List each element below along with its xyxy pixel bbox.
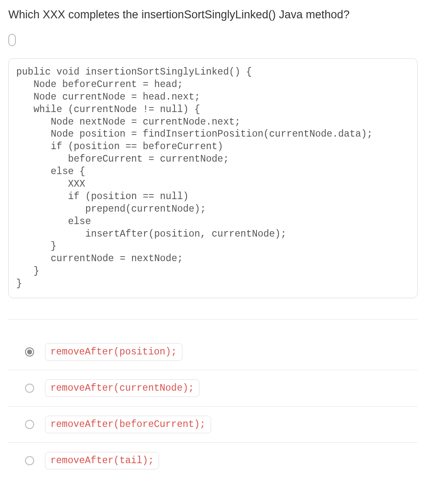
radio-0[interactable] [25,347,34,357]
option-row-1[interactable]: removeAfter(currentNode); [8,370,418,407]
option-row-0[interactable]: removeAfter(position); [8,334,418,370]
radio-2[interactable] [25,420,34,429]
option-label-1[interactable]: removeAfter(currentNode); [45,379,199,397]
code-block: public void insertionSortSinglyLinked() … [8,58,418,298]
option-label-2[interactable]: removeAfter(beforeCurrent); [45,416,211,433]
option-label-3[interactable]: removeAfter(tail); [45,452,159,469]
radio-3[interactable] [25,456,34,465]
options-list: removeAfter(position); removeAfter(curre… [8,334,418,479]
option-row-2[interactable]: removeAfter(beforeCurrent); [8,407,418,443]
option-row-3[interactable]: removeAfter(tail); [8,443,418,479]
radio-1[interactable] [25,384,34,393]
question-title: Which XXX completes the insertionSortSin… [8,8,418,21]
divider [8,319,418,319]
option-label-0[interactable]: removeAfter(position); [45,343,182,361]
tag-icon [8,34,16,46]
